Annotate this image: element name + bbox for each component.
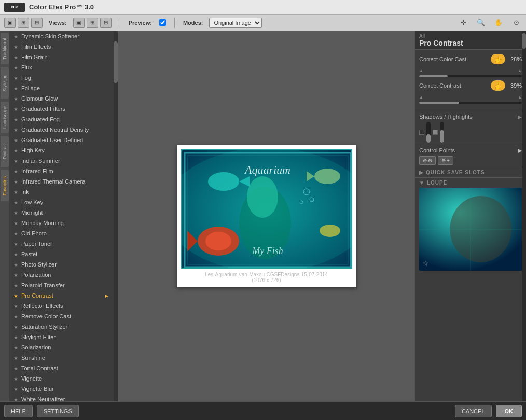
filter-star[interactable]: ★ xyxy=(13,96,18,102)
filter-item[interactable]: ★ Glamour Glow xyxy=(9,93,114,104)
filter-item[interactable]: ★ Remove Color Cast xyxy=(9,311,114,321)
filter-star[interactable]: ★ xyxy=(13,262,18,268)
filter-item[interactable]: ★ Monday Morning xyxy=(9,218,114,228)
filter-item[interactable]: ★ Photo Stylizer xyxy=(9,259,114,270)
filter-item[interactable]: ★ Midnight xyxy=(9,207,114,218)
contrast-arrow-up[interactable]: ▲ xyxy=(518,95,522,100)
filter-star[interactable]: ★ xyxy=(13,75,18,81)
filter-item[interactable]: ★ Foliage xyxy=(9,83,114,93)
filter-star[interactable]: ★ xyxy=(13,355,18,361)
filter-item[interactable]: ★ Saturation Stylizer xyxy=(9,321,114,332)
filter-star[interactable]: ★ xyxy=(13,179,18,185)
filter-star[interactable]: ★ xyxy=(13,54,18,60)
filter-item[interactable]: ★ Pro Contrast ► xyxy=(9,290,114,301)
cp-expand[interactable]: ▶ xyxy=(518,147,522,154)
filter-item[interactable]: ★ Polaroid Transfer xyxy=(9,280,114,290)
filter-scrollbar[interactable] xyxy=(114,31,118,401)
filter-item[interactable]: ★ Infrared Film xyxy=(9,166,114,176)
filter-item[interactable]: ★ Film Effects xyxy=(9,41,114,52)
view-mode-3[interactable]: ⊟ xyxy=(100,18,112,28)
view-mode-1[interactable]: ▣ xyxy=(73,18,85,28)
filter-item[interactable]: ★ Polarization xyxy=(9,270,114,280)
filter-star[interactable]: ★ xyxy=(13,148,18,153)
color-cast-arrow-down[interactable]: ▲ xyxy=(419,68,423,73)
control-color-cast-thumb[interactable] xyxy=(491,54,505,64)
filter-item[interactable]: ★ High Key xyxy=(9,145,114,156)
tab-traditional[interactable]: Traditional xyxy=(1,33,9,64)
filter-star[interactable]: ★ xyxy=(13,86,18,91)
filter-star[interactable]: ★ xyxy=(13,324,18,330)
info-icon[interactable]: ⊙ xyxy=(510,18,522,28)
right-panel-scrollbar[interactable] xyxy=(522,31,526,401)
filter-star[interactable]: ★ xyxy=(13,34,18,39)
view-dual-btn[interactable]: ⊟ xyxy=(31,18,43,28)
filter-star[interactable]: ★ xyxy=(13,200,18,205)
modes-select[interactable]: Original Image xyxy=(209,18,262,28)
control-contrast-thumb[interactable] xyxy=(491,80,505,91)
filter-item[interactable]: ★ Graduated User Defined xyxy=(9,135,114,145)
filter-item[interactable]: ★ Pastel xyxy=(9,249,114,259)
filter-star[interactable]: ★ xyxy=(13,303,18,309)
zoom-icon[interactable]: 🔍 xyxy=(475,18,487,28)
filter-star[interactable]: ★ xyxy=(13,189,18,195)
pan-icon[interactable]: ✋ xyxy=(493,18,504,28)
filter-star[interactable]: ★ xyxy=(13,283,18,288)
contrast-track[interactable] xyxy=(419,102,522,104)
cancel-button[interactable]: CANCEL xyxy=(455,405,492,417)
filter-item[interactable]: ★ Dynamic Skin Softener xyxy=(9,31,114,41)
contrast-arrow-down[interactable]: ▲ xyxy=(419,95,423,100)
filter-star[interactable]: ★ xyxy=(13,65,18,71)
sh-slider-v-1[interactable] xyxy=(426,122,431,143)
filter-item[interactable]: ★ Flux xyxy=(9,62,114,73)
filter-item[interactable]: ★ Skylight Filter xyxy=(9,332,114,342)
view-split-btn[interactable]: ⊞ xyxy=(18,18,29,28)
filter-star[interactable]: ★ xyxy=(13,137,18,143)
filter-item[interactable]: ★ Solarization xyxy=(9,342,114,353)
filter-item[interactable]: ★ Sunshine xyxy=(9,353,114,363)
view-mode-2[interactable]: ⊞ xyxy=(87,18,98,28)
crosshair-icon[interactable]: ✛ xyxy=(458,18,469,28)
filter-star[interactable]: ★ xyxy=(13,210,18,216)
tab-favorites[interactable]: Favorites xyxy=(1,170,9,201)
filter-item[interactable]: ★ Graduated Neutral Density xyxy=(9,124,114,135)
preview-checkbox[interactable] xyxy=(159,19,166,26)
filter-star[interactable]: ★ xyxy=(13,220,18,226)
sh-expand-arrow[interactable]: ▶ xyxy=(518,114,522,120)
filter-star[interactable]: ★ xyxy=(13,106,18,112)
filter-item[interactable]: ★ Graduated Fog xyxy=(9,114,114,124)
filter-star[interactable]: ★ xyxy=(13,241,18,247)
filter-item[interactable]: ★ Fog xyxy=(9,73,114,83)
filter-item[interactable]: ★ Film Grain xyxy=(9,52,114,62)
settings-button[interactable]: SETTINGS xyxy=(37,405,79,417)
filter-star[interactable]: ★ xyxy=(13,44,18,50)
filter-item[interactable]: ★ Infrared Thermal Camera xyxy=(9,176,114,187)
tab-stylizing[interactable]: Stylizing xyxy=(1,67,9,99)
filter-item[interactable]: ★ Indian Summer xyxy=(9,156,114,166)
filter-star[interactable]: ★ xyxy=(13,366,18,371)
filter-star[interactable]: ★ xyxy=(13,117,18,122)
filter-star[interactable]: ★ xyxy=(13,169,18,174)
filter-item[interactable]: ★ Graduated Filters xyxy=(9,104,114,114)
qs-header[interactable]: ▶ QUICK SAVE SLOTS xyxy=(419,170,522,175)
help-button[interactable]: HELP xyxy=(4,405,33,417)
filter-star[interactable]: ★ xyxy=(13,158,18,164)
filter-item[interactable]: ★ Ink xyxy=(9,187,114,197)
filter-star[interactable]: ★ xyxy=(13,397,18,402)
cp-copy-btn[interactable]: ⊕ + xyxy=(438,156,453,165)
loupe-star-btn[interactable]: ☆ xyxy=(422,259,429,268)
filter-star[interactable]: ★ xyxy=(13,314,18,319)
filter-star[interactable]: ★ xyxy=(13,386,18,392)
color-cast-track[interactable] xyxy=(419,75,522,77)
ok-button[interactable]: OK xyxy=(496,405,522,417)
loupe-header[interactable]: ▼ LOUPE xyxy=(419,180,522,186)
filter-star[interactable]: ★ xyxy=(13,293,18,299)
cp-add-btn[interactable]: ⊕ ⊖ xyxy=(419,156,436,165)
filter-item[interactable]: ★ Paper Toner xyxy=(9,239,114,249)
view-single-btn[interactable]: ▣ xyxy=(4,18,16,28)
tab-landscape[interactable]: Landscape xyxy=(1,102,9,133)
filter-star[interactable]: ★ xyxy=(13,345,18,351)
filter-item[interactable]: ★ White Neutralizer xyxy=(9,394,114,401)
filter-star[interactable]: ★ xyxy=(13,334,18,340)
sh-slider-v-2[interactable] xyxy=(440,122,444,143)
filter-item[interactable]: ★ Tonal Contrast xyxy=(9,363,114,373)
